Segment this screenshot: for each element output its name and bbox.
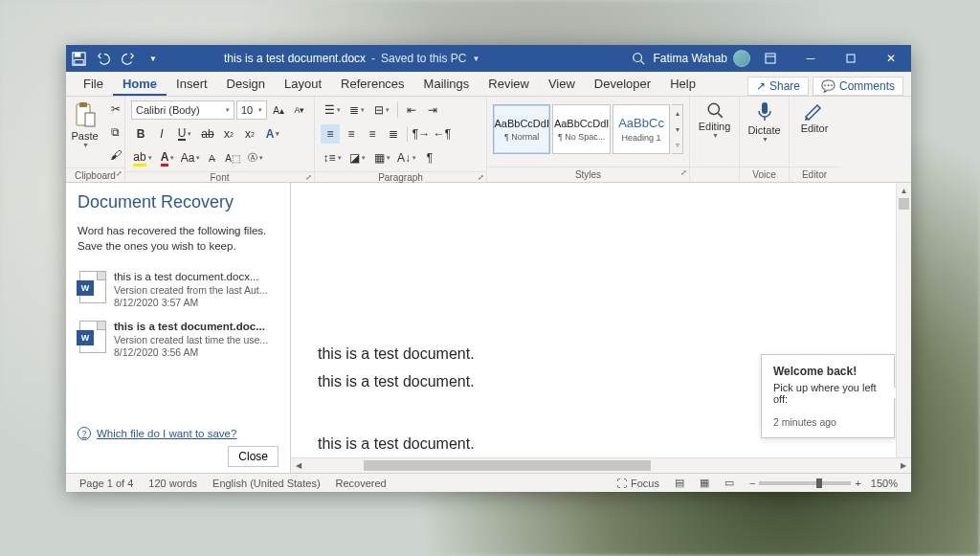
tab-layout[interactable]: Layout: [275, 73, 331, 96]
tab-mailings[interactable]: Mailings: [414, 73, 479, 96]
tab-developer[interactable]: Developer: [585, 73, 660, 96]
enclose-characters-icon[interactable]: Ⓐ▾: [244, 148, 267, 167]
shrink-font-icon[interactable]: A▾: [290, 100, 309, 120]
clear-formatting-icon[interactable]: A̶: [202, 148, 221, 167]
text-effects-icon[interactable]: A▾: [261, 124, 284, 144]
bold-button[interactable]: B: [131, 124, 150, 144]
line-spacing-icon[interactable]: ↕≡▾: [321, 148, 344, 167]
cut-icon[interactable]: ✂: [106, 100, 125, 119]
group-clipboard-label: Clipboard: [75, 170, 116, 181]
save-icon[interactable]: [66, 45, 91, 72]
horizontal-scrollbar[interactable]: ◀▶: [291, 457, 911, 473]
recovery-help-link[interactable]: ?Which file do I want to save?: [78, 427, 278, 440]
tab-home[interactable]: Home: [113, 73, 167, 96]
show-paragraph-icon[interactable]: ¶: [420, 148, 439, 167]
numbering-icon[interactable]: ≣▾: [345, 100, 368, 120]
recovery-item[interactable]: W this is a test document.doc... Version…: [78, 315, 278, 365]
superscript-button[interactable]: x2: [240, 124, 259, 144]
highlight-icon[interactable]: ab▾: [131, 148, 154, 167]
tab-design[interactable]: Design: [217, 73, 275, 96]
dialog-launcher-icon[interactable]: ⤢: [305, 173, 312, 182]
share-button[interactable]: ↗Share: [747, 77, 809, 96]
tab-file[interactable]: File: [74, 73, 113, 96]
zoom-level[interactable]: 150%: [871, 478, 898, 489]
zoom-slider[interactable]: [759, 481, 851, 485]
multilevel-list-icon[interactable]: ⊟▾: [370, 100, 393, 120]
ltr-icon[interactable]: ¶→: [412, 124, 431, 144]
status-page[interactable]: Page 1 of 4: [72, 478, 141, 489]
zoom-control[interactable]: − + 150%: [742, 478, 905, 489]
document-recovery-pane: Document Recovery Word has recovered the…: [66, 183, 291, 473]
maximize-button[interactable]: [831, 45, 871, 72]
status-words[interactable]: 120 words: [141, 478, 205, 489]
bullets-icon[interactable]: ☰▾: [321, 100, 344, 120]
copy-icon[interactable]: ⧉: [106, 122, 125, 142]
align-left-icon[interactable]: ≡: [321, 124, 340, 144]
font-name-combo[interactable]: Calibri (Body)▾: [131, 100, 234, 120]
tab-review[interactable]: Review: [479, 73, 539, 96]
editing-button[interactable]: Editing▼: [693, 100, 737, 141]
account-user[interactable]: Fatima Wahab: [653, 52, 727, 65]
search-box[interactable]: [538, 52, 653, 65]
character-shading-icon[interactable]: A⬚: [223, 148, 242, 167]
font-color-icon[interactable]: A▾: [156, 148, 179, 167]
style-nospacing[interactable]: AaBbCcDdI ¶ No Spac...: [552, 104, 610, 154]
document-canvas[interactable]: this is a test document. this is a test …: [291, 183, 911, 457]
change-case-icon[interactable]: Aa▾: [181, 148, 200, 167]
read-mode-icon[interactable]: ▤: [667, 477, 692, 489]
web-layout-icon[interactable]: ▭: [717, 477, 742, 489]
rtl-icon[interactable]: ←¶: [433, 124, 452, 144]
svg-line-4: [641, 61, 645, 65]
zoom-out-icon[interactable]: −: [749, 478, 755, 489]
ribbon: Paste ▼ ✂ ⧉ 🖌 Clipboard⤢ Calibri (Body)▾…: [66, 97, 911, 183]
justify-icon[interactable]: ≣: [384, 124, 403, 144]
qat-dropdown-icon[interactable]: ▼: [141, 45, 166, 72]
dialog-launcher-icon[interactable]: ⤢: [680, 168, 687, 177]
align-right-icon[interactable]: ≡: [363, 124, 382, 144]
underline-button[interactable]: U▾: [173, 124, 196, 144]
style-normal[interactable]: AaBbCcDdI ¶ Normal: [493, 104, 550, 154]
comments-button[interactable]: 💬Comments: [813, 77, 903, 96]
grow-font-icon[interactable]: A▴: [269, 100, 288, 120]
recovery-item[interactable]: W this is a test document.docx... Versio…: [78, 265, 278, 315]
document-title: this is a test document.docx: [224, 52, 366, 65]
strikethrough-button[interactable]: ab: [198, 124, 217, 144]
dialog-launcher-icon[interactable]: ⤢: [478, 173, 484, 182]
borders-icon[interactable]: ▦▾: [370, 148, 393, 167]
editor-button[interactable]: Editor: [795, 100, 835, 136]
subscript-button[interactable]: x2: [219, 124, 238, 144]
status-language[interactable]: English (United States): [205, 478, 328, 489]
styles-gallery-more[interactable]: ▴▾▿: [672, 104, 683, 154]
undo-icon[interactable]: [91, 45, 116, 72]
tab-view[interactable]: View: [539, 73, 585, 96]
ribbon-display-options-icon[interactable]: [750, 45, 791, 72]
format-painter-icon[interactable]: 🖌: [106, 145, 125, 165]
avatar[interactable]: [733, 50, 750, 67]
minimize-button[interactable]: ─: [791, 45, 831, 72]
focus-mode-button[interactable]: ⛶Focus: [609, 478, 667, 489]
increase-indent-icon[interactable]: ⇥: [423, 100, 442, 120]
close-button[interactable]: ✕: [871, 45, 911, 72]
print-layout-icon[interactable]: ▦: [692, 477, 717, 489]
tab-insert[interactable]: Insert: [167, 73, 217, 96]
tab-help[interactable]: Help: [660, 73, 705, 96]
decrease-indent-icon[interactable]: ⇤: [402, 100, 421, 120]
group-paragraph-label: Paragraph: [378, 172, 423, 183]
word-document-icon: W: [79, 321, 106, 353]
font-size-combo[interactable]: 10▾: [236, 100, 267, 120]
align-center-icon[interactable]: ≡: [342, 124, 361, 144]
style-heading1[interactable]: AaBbCc Heading 1: [612, 104, 670, 154]
recovery-close-button[interactable]: Close: [228, 446, 278, 467]
shading-icon[interactable]: ◪▾: [345, 148, 368, 167]
save-location[interactable]: Saved to this PC: [381, 52, 466, 65]
dictate-button[interactable]: Dictate▼: [742, 100, 786, 145]
paste-button[interactable]: Paste ▼: [65, 100, 103, 150]
italic-button[interactable]: I: [152, 124, 171, 144]
vertical-scrollbar[interactable]: ▲▼: [896, 183, 911, 473]
zoom-in-icon[interactable]: +: [855, 478, 860, 489]
sort-icon[interactable]: A↓▾: [395, 148, 418, 167]
tab-references[interactable]: References: [331, 73, 413, 96]
dialog-launcher-icon[interactable]: ⤢: [116, 169, 122, 178]
redo-icon[interactable]: [116, 45, 141, 72]
resume-reading-toast[interactable]: Welcome back! Pick up where you left off…: [761, 354, 895, 438]
